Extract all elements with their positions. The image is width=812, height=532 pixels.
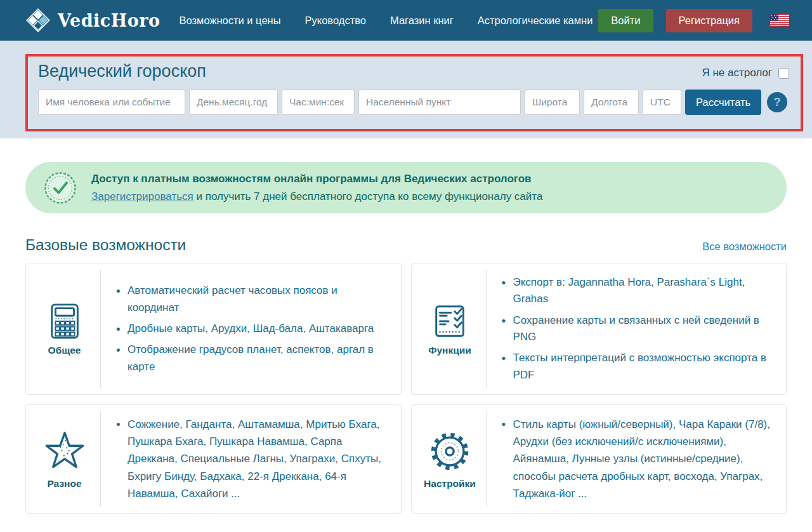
utc-input[interactable] — [643, 90, 681, 115]
page-content: Доступ к платным возможностям онлайн про… — [0, 162, 812, 532]
main-nav: Возможности и цены Руководство Магазин к… — [179, 15, 593, 27]
navbar-actions: Войти Регистрация — [598, 9, 789, 32]
time-input[interactable] — [282, 90, 355, 115]
longitude-input[interactable] — [584, 90, 639, 115]
card-settings-bullets: Стиль карты (южный/северный), Чара Карак… — [501, 411, 775, 507]
login-button[interactable]: Войти — [598, 9, 653, 32]
place-input[interactable] — [358, 90, 521, 115]
horoscope-hero: Ведический гороскоп Я не астролог Рассчи… — [0, 41, 812, 138]
trial-promo-banner: Доступ к платным возможностям онлайн про… — [25, 162, 787, 213]
feature-item: Отображение градусов планет, аспектов, а… — [115, 342, 390, 375]
register-trial-link[interactable]: Зарегистрироваться — [91, 190, 193, 203]
card-functions-bullets: Экспорт в: Jagannatha Hora, Parashara`s … — [501, 270, 775, 388]
card-misc: Разное Сожжение, Ганданта, Аштамамша, Мр… — [25, 404, 402, 514]
card-settings-label: Настройки — [424, 478, 476, 489]
promo-text: Доступ к платным возможностям онлайн про… — [91, 170, 542, 204]
calculate-button[interactable]: Рассчитать — [685, 90, 761, 115]
page-title: Ведический гороскоп — [38, 62, 790, 81]
star-icon — [42, 429, 88, 474]
not-astrologer-checkbox[interactable] — [778, 68, 789, 79]
register-button[interactable]: Регистрация — [666, 9, 752, 32]
brand-name: VedicHoro — [58, 11, 160, 30]
top-navbar: VedicHoro Возможности и цены Руководство… — [0, 0, 812, 41]
card-settings-icon-col: Настройки — [421, 411, 487, 507]
feature-item: Тексты интерпретаций с возможностью эксп… — [501, 350, 775, 383]
card-general-label: Общее — [48, 345, 81, 356]
verified-badge-icon — [43, 171, 77, 205]
feature-item: Стиль карты (южный/северный), Чара Карак… — [501, 416, 775, 502]
promo-line2: Зарегистрироваться и получить 7 дней бес… — [91, 188, 542, 205]
card-functions: Функции Экспорт в: Jagannatha Hora, Para… — [411, 263, 787, 395]
not-astrologer-label: Я не астролог — [702, 67, 772, 79]
card-misc-bullets: Сожжение, Ганданта, Аштамамша, Мритью Бх… — [115, 411, 390, 507]
horoscope-form: Рассчитать ? — [38, 90, 790, 115]
us-flag-language-icon[interactable] — [770, 14, 789, 27]
all-features-link[interactable]: Все возможности — [702, 241, 787, 253]
gear-icon — [427, 429, 473, 474]
site-logo[interactable]: VedicHoro — [25, 8, 160, 33]
latitude-input[interactable] — [525, 90, 580, 115]
date-input[interactable] — [189, 90, 278, 115]
checklist-icon — [430, 302, 469, 341]
red-highlight-annotation: Ведический гороскоп Я не астролог Рассчи… — [25, 54, 803, 131]
promo-line1: Доступ к платным возможностям онлайн про… — [91, 170, 542, 187]
basic-features-header: Базовые возможности Все возможности — [25, 236, 787, 254]
card-functions-label: Функции — [428, 345, 471, 356]
card-general-bullets: Автоматический расчет часовых поясов и к… — [115, 278, 390, 380]
nav-bookstore[interactable]: Магазин книг — [390, 15, 454, 27]
card-general: Общее Автоматический расчет часовых пояс… — [25, 263, 402, 395]
not-astrologer-row: Я не астролог — [702, 67, 789, 79]
card-general-icon-col: Общее — [35, 270, 101, 388]
calculator-icon — [45, 302, 84, 341]
feature-item: Дробные карты, Арудхи, Шад-бала, Аштакав… — [115, 321, 390, 337]
nav-guide[interactable]: Руководство — [305, 15, 366, 27]
feature-item: Сожжение, Ганданта, Аштамамша, Мритью Бх… — [115, 416, 390, 502]
basic-features-title: Базовые возможности — [25, 236, 186, 254]
card-misc-icon-col: Разное — [35, 411, 101, 507]
feature-item: Сохранение карты и связанных с ней сведе… — [501, 312, 775, 346]
nav-features-prices[interactable]: Возможности и цены — [179, 15, 280, 27]
help-question-button[interactable]: ? — [767, 92, 787, 112]
card-settings: Настройки Стиль карты (южный/северный), … — [411, 404, 787, 514]
nav-astro-stones[interactable]: Астрологические камни — [478, 15, 593, 27]
card-misc-label: Разное — [47, 478, 81, 489]
feature-item: Автоматический расчет часовых поясов и к… — [115, 283, 390, 316]
name-input[interactable] — [38, 90, 185, 115]
feature-item: Экспорт в: Jagannatha Hora, Parashara`s … — [501, 274, 775, 308]
diamond-logo-icon — [25, 8, 51, 33]
promo-line2-rest: и получить 7 дней бесплатного доступа ко… — [193, 190, 543, 203]
basic-features-cards: Общее Автоматический расчет часовых пояс… — [25, 263, 787, 514]
card-functions-icon-col: Функции — [421, 270, 487, 388]
